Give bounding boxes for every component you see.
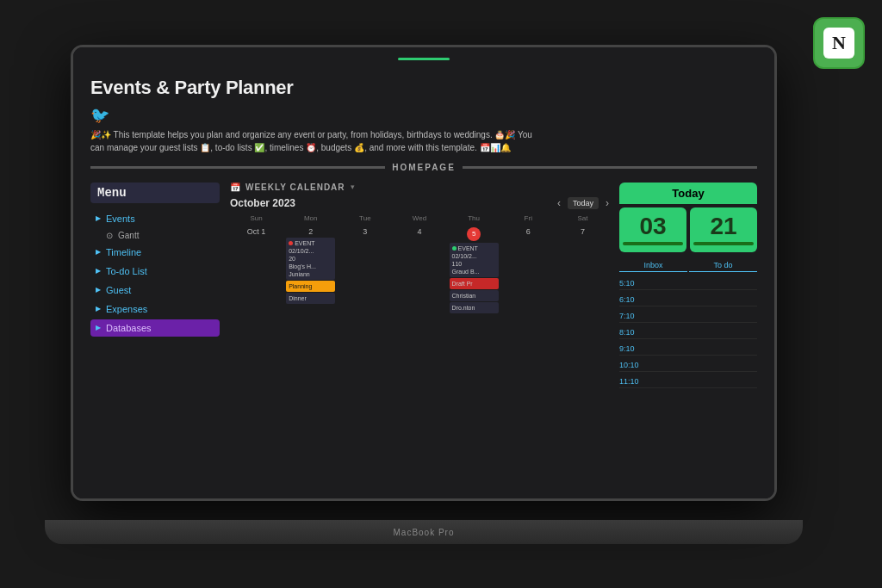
sidebar: Menu ▶ Events ⊙ Gantt ▶ Timeline — [90, 183, 220, 498]
event-card-draft[interactable]: Draft Pr — [450, 278, 499, 289]
page-description: 🎉✨ This template helps you plan and orga… — [90, 128, 607, 154]
sidebar-item-guest-label: Guest — [106, 285, 131, 295]
sidebar-item-timeline[interactable]: ▶ Timeline — [90, 244, 220, 261]
sidebar-item-todo[interactable]: ▶ To-do List — [90, 263, 220, 280]
cell-num-4: 4 — [394, 227, 444, 236]
notion-icon: N — [813, 17, 865, 69]
cell-num-3: 3 — [340, 227, 389, 236]
calendar-header: 📅 WEEKLY CALENDAR ▾ — [230, 183, 609, 192]
event-card-1[interactable]: EVENT 02/10/2... 20 Blog's H... Juniann — [286, 238, 335, 280]
arrow-icon: ▶ — [96, 214, 101, 222]
laptop-bezel: Events & Party Planner 🐦 🎉✨ This templat… — [71, 45, 777, 501]
hp-line-left — [90, 166, 385, 169]
date-month-num: 03 — [623, 214, 683, 238]
day-thu: Thu — [448, 214, 500, 222]
homepage-bar: HOMEPAGE — [90, 163, 757, 172]
cell-num-2: 2 — [286, 227, 335, 236]
time-slot-6: 10:10 — [619, 359, 757, 372]
today-btn[interactable]: Today — [568, 197, 599, 209]
sidebar-item-todo-label: To-do List — [106, 266, 147, 276]
prev-btn[interactable]: ‹ — [557, 197, 561, 209]
calendar-icon: 📅 — [230, 183, 240, 192]
cal-cell-1[interactable]: Oct 1 — [230, 226, 283, 329]
day-wed: Wed — [393, 214, 445, 222]
sidebar-item-events-label: Events — [106, 214, 135, 224]
event-card-2[interactable]: EVENT 02/10/2... 110 Graud B... — [450, 243, 499, 277]
nav-buttons: ‹ Today › — [557, 197, 609, 209]
laptop-base — [45, 520, 803, 544]
day-fri: Fri — [502, 214, 555, 222]
event-dot-green — [452, 246, 457, 251]
month-label: October 2023 — [230, 197, 295, 209]
page-title: Events & Party Planner — [90, 77, 757, 99]
time-slot-7: 11:10 — [619, 375, 757, 388]
day-mon: Mon — [284, 214, 337, 222]
cell-num-7: 7 — [558, 227, 607, 236]
arrow-icon-2: ▶ — [96, 248, 101, 256]
today-tabs: Inbox To do — [619, 259, 757, 272]
time-slots: 5:10 6:10 7:10 8:10 9:10 10:10 11:10 — [619, 277, 757, 388]
hp-label: HOMEPAGE — [392, 163, 456, 172]
cell-num-5: 5 — [467, 227, 481, 241]
laptop-outer: Events & Party Planner 🐦 🎉✨ This templat… — [71, 45, 811, 544]
calendar-body: Oct 1 2 EVENT 02/10/2... 20 Blog's H... — [230, 226, 609, 329]
main-layout: Menu ▶ Events ⊙ Gantt ▶ Timeline — [90, 183, 757, 498]
menu-title: Menu — [90, 183, 220, 203]
arrow-icon-6: ▶ — [96, 324, 101, 331]
sidebar-item-expenses-label: Expenses — [106, 304, 147, 314]
desc-line2: can manage your guest lists 📋, to-do lis… — [90, 141, 607, 154]
sidebar-item-databases[interactable]: ▶ Databases — [90, 319, 220, 337]
arrow-icon-4: ▶ — [96, 286, 101, 294]
time-slot-2: 6:10 — [619, 294, 757, 306]
desc-line1: 🎉✨ This template helps you plan and orga… — [90, 128, 607, 141]
event-card-planning[interactable]: Planning — [286, 281, 335, 292]
time-slot-3: 7:10 — [619, 310, 757, 323]
notion-letter: N — [823, 28, 854, 59]
event-card-christian[interactable]: Christian — [450, 290, 499, 301]
event-dot-red — [289, 241, 293, 245]
top-bar-line — [398, 58, 450, 60]
laptop-screen: Events & Party Planner 🐦 🎉✨ This templat… — [73, 47, 774, 498]
date-day-num: 21 — [693, 214, 754, 238]
today-header: Today — [619, 183, 757, 204]
time-slot-5: 9:10 — [619, 343, 757, 356]
cal-cell-7[interactable]: 7 — [556, 226, 609, 329]
calendar-month-nav: October 2023 ‹ Today › — [230, 197, 609, 209]
cal-cell-5-today[interactable]: 5 EVENT 02/10/2... 110 Graud B... Draft … — [448, 226, 500, 329]
cal-cell-4[interactable]: 4 — [393, 226, 445, 329]
event-card-dinner[interactable]: Dinner — [286, 293, 335, 304]
arrow-icon-3: ▶ — [96, 267, 101, 275]
arrow-icon-5: ▶ — [96, 305, 101, 313]
screen-content: Events & Party Planner 🐦 🎉✨ This templat… — [73, 47, 774, 498]
cal-cell-2[interactable]: 2 EVENT 02/10/2... 20 Blog's H... Junian… — [284, 226, 337, 329]
tab-inbox[interactable]: Inbox — [619, 259, 687, 272]
event-card-dro[interactable]: Dro.nton — [450, 302, 499, 313]
day-sat: Sat — [556, 214, 609, 222]
date-bar-month — [623, 242, 683, 245]
date-box-day: 21 — [690, 207, 757, 252]
day-tue: Tue — [339, 214, 391, 222]
sidebar-item-guest[interactable]: ▶ Guest — [90, 282, 220, 299]
cal-cell-6[interactable]: 6 — [502, 226, 555, 329]
today-date-boxes: 03 21 — [619, 207, 757, 252]
calendar-dropdown[interactable]: ▾ — [351, 183, 355, 191]
time-slot-1: 5:10 — [619, 277, 757, 290]
tab-todo[interactable]: To do — [689, 259, 757, 272]
calendar-section: 📅 WEEKLY CALENDAR ▾ October 2023 ‹ Today… — [230, 183, 609, 498]
gantt-icon: ⊙ — [106, 231, 113, 240]
top-bar — [90, 58, 757, 71]
cal-cell-3[interactable]: 3 — [339, 226, 391, 329]
sidebar-item-databases-label: Databases — [106, 323, 152, 333]
sidebar-item-events[interactable]: ▶ Events — [90, 210, 220, 227]
page-icon: 🐦 — [90, 106, 757, 125]
sidebar-item-gantt[interactable]: ⊙ Gantt — [90, 229, 220, 242]
next-btn[interactable]: › — [606, 197, 609, 209]
hp-line-right — [463, 166, 757, 169]
sidebar-item-timeline-label: Timeline — [106, 247, 141, 257]
calendar-title: WEEKLY CALENDAR — [245, 183, 345, 192]
today-widget: Today 03 21 Inbox — [619, 183, 757, 498]
cell-num-1: Oct 1 — [232, 227, 281, 236]
sidebar-item-expenses[interactable]: ▶ Expenses — [90, 300, 220, 318]
sidebar-item-gantt-label: Gantt — [118, 231, 139, 240]
date-bar-day — [693, 242, 754, 245]
